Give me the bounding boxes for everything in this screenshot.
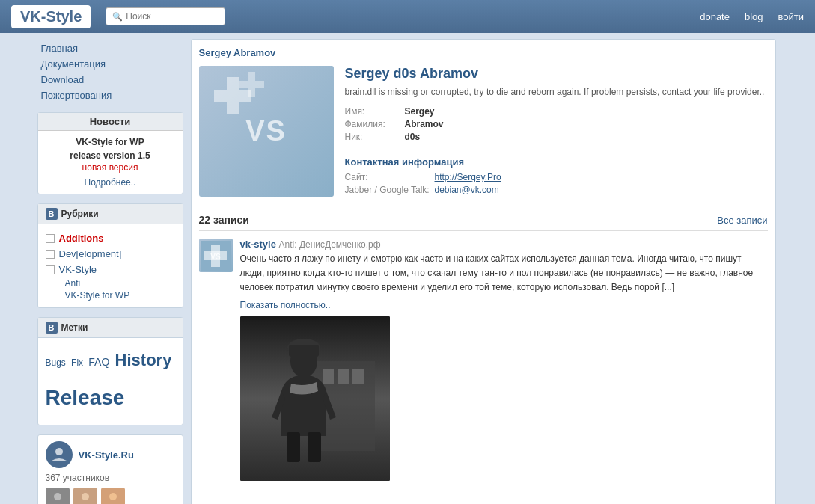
- svg-text:VS: VS: [210, 253, 221, 261]
- profile-section: VS Sergey d0s Abramov brain.dll is missi…: [199, 66, 768, 197]
- svg-rect-20: [287, 432, 300, 462]
- sidebar-item-home[interactable]: Главная: [37, 40, 183, 56]
- sidebar-item-donate[interactable]: Пожертвования: [37, 87, 183, 103]
- member-count: 367 участников: [46, 473, 175, 483]
- news-more-link[interactable]: Подробнее..: [46, 177, 175, 188]
- all-posts-link[interactable]: Все записи: [717, 215, 767, 226]
- search-input[interactable]: [126, 11, 216, 22]
- tags-widget: В Метки Bugs Fix FAQ History Release: [37, 317, 183, 425]
- tag-history[interactable]: History: [115, 351, 172, 369]
- rubric-vkstyle-link[interactable]: VK-Style: [59, 264, 97, 275]
- post-tag: Anti: ДенисДемченко.рф: [279, 239, 381, 250]
- contact-row-site: Сайт: http://Sergey.Pro: [345, 172, 768, 182]
- sidebar: Главная Документация Download Пожертвова…: [34, 33, 191, 504]
- svg-rect-15: [338, 369, 349, 384]
- mini-avatar-3: [101, 488, 125, 504]
- group-name[interactable]: VK-Style.Ru: [79, 449, 134, 461]
- post-image: [240, 316, 390, 481]
- contact-label-jabber: Jabber / Google Talk:: [345, 185, 435, 195]
- search-box: 🔍: [106, 7, 225, 25]
- rubric-item-dev[interactable]: Dev[elopment]: [46, 246, 175, 262]
- rubrics-widget: В Рубрики Additions Dev[elopment] VK-Sty…: [37, 203, 183, 308]
- header: VK-Style 🔍 donate blog войти: [0, 0, 815, 33]
- post-image-inner: [240, 316, 390, 481]
- tag-bugs[interactable]: Bugs: [46, 357, 66, 368]
- contact-label-site: Сайт:: [345, 172, 435, 182]
- news-item-name: VK-Style for WP: [46, 135, 175, 149]
- tags-title: Метки: [61, 322, 88, 333]
- group-widget: VK-Style.Ru 367 участников: [37, 434, 183, 504]
- profile-avatar-box: VS: [199, 66, 334, 197]
- vs-watermark: VS: [245, 115, 287, 147]
- sub-rubric-wp[interactable]: VK-Style for WP: [65, 289, 175, 301]
- post-avatar: VS: [199, 239, 233, 272]
- rubrics-title: Рубрики: [61, 209, 99, 219]
- contact-section: Контактная информация Сайт: http://Serge…: [345, 150, 768, 195]
- logo-vk: VK: [20, 8, 41, 25]
- post-author-link[interactable]: vk-style: [240, 239, 276, 250]
- svg-rect-21: [308, 432, 321, 462]
- search-icon: 🔍: [112, 12, 123, 22]
- field-value-firstname: Sergey: [405, 106, 435, 117]
- profile-fields: Имя: Sergey Фамилия: Abramov Ник: d0s: [345, 106, 768, 142]
- tag-fix[interactable]: Fix: [71, 357, 83, 368]
- sidebar-item-download[interactable]: Download: [37, 72, 183, 87]
- rubric-check-icon-3: [46, 265, 55, 274]
- svg-rect-19: [289, 345, 319, 357]
- tag-faq[interactable]: FAQ: [88, 356, 109, 368]
- svg-point-1: [54, 493, 61, 500]
- rubrics-header: В Рубрики: [38, 204, 183, 224]
- posts-header: 22 записи Все записи: [199, 209, 768, 231]
- post-author-line: vk-style Anti: ДенисДемченко.рф: [240, 239, 768, 250]
- b-icon: В: [46, 208, 58, 220]
- post-content: vk-style Anti: ДенисДемченко.рф Очень ча…: [240, 239, 768, 481]
- rubric-additions-link[interactable]: Additions: [59, 233, 104, 244]
- field-row-firstname: Имя: Sergey: [345, 106, 768, 117]
- profile-breadcrumb: Sergey Abramov: [199, 47, 768, 58]
- contact-value-site[interactable]: http://Sergey.Pro: [435, 172, 501, 182]
- svg-rect-16: [352, 369, 364, 384]
- svg-rect-14: [323, 369, 334, 384]
- field-label-firstname: Имя:: [345, 106, 405, 117]
- site-logo[interactable]: VK-Style: [11, 5, 91, 28]
- contact-row-jabber: Jabber / Google Talk: debian@vk.com: [345, 185, 768, 195]
- wrapper: Главная Документация Download Пожертвова…: [34, 33, 782, 504]
- news-title: Новости: [38, 113, 183, 131]
- field-value-lastname: Abramov: [405, 119, 444, 129]
- field-label-lastname: Фамилия:: [345, 119, 405, 129]
- donate-link[interactable]: donate: [700, 11, 730, 22]
- login-link[interactable]: войти: [778, 11, 804, 22]
- rubric-item-additions[interactable]: Additions: [46, 230, 175, 246]
- svg-point-3: [109, 493, 117, 500]
- tag-release[interactable]: Release: [46, 386, 125, 409]
- b-icon-tags: В: [46, 322, 58, 334]
- sidebar-item-docs[interactable]: Документация: [37, 56, 183, 72]
- logo-style: Style: [46, 8, 82, 25]
- post-readmore-link[interactable]: Показать полностью..: [240, 300, 331, 310]
- field-row-lastname: Фамилия: Abramov: [345, 119, 768, 129]
- field-row-nick: Ник: d0s: [345, 132, 768, 142]
- main-content: Sergey Abramov VS Sergey d0s Abramov bra: [191, 39, 776, 504]
- rubric-item-vkstyle[interactable]: VK-Style: [46, 262, 175, 277]
- mini-avatar-1: [46, 488, 70, 504]
- svg-point-0: [55, 448, 63, 455]
- svg-point-2: [82, 493, 89, 500]
- field-label-nick: Ник:: [345, 132, 405, 142]
- blog-link[interactable]: blog: [745, 11, 763, 22]
- tags-list: Bugs Fix FAQ History Release: [38, 338, 183, 425]
- news-item-version: release version 1.5: [46, 149, 175, 162]
- posts-count: 22 записи: [199, 214, 249, 226]
- svg-rect-7: [239, 81, 264, 88]
- news-box: Новости VK-Style for WP release version …: [37, 112, 183, 194]
- profile-info: Sergey d0s Abramov brain.dll is missing …: [345, 66, 768, 197]
- profile-name: Sergey d0s Abramov: [345, 66, 768, 82]
- rubric-check-icon-2: [46, 250, 55, 259]
- contact-value-jabber: debian@vk.com: [435, 185, 499, 195]
- field-value-nick: d0s: [405, 132, 421, 142]
- rubric-dev-link[interactable]: Dev[elopment]: [59, 248, 122, 259]
- sidebar-nav: Главная Документация Download Пожертвова…: [37, 40, 183, 103]
- sub-rubric-anti[interactable]: Anti: [65, 277, 175, 289]
- rubrics-list: Additions Dev[elopment] VK-Style Anti VK…: [38, 224, 183, 307]
- contact-title: Контактная информация: [345, 156, 768, 168]
- profile-bio: brain.dll is missing or corrupted, try t…: [345, 85, 768, 99]
